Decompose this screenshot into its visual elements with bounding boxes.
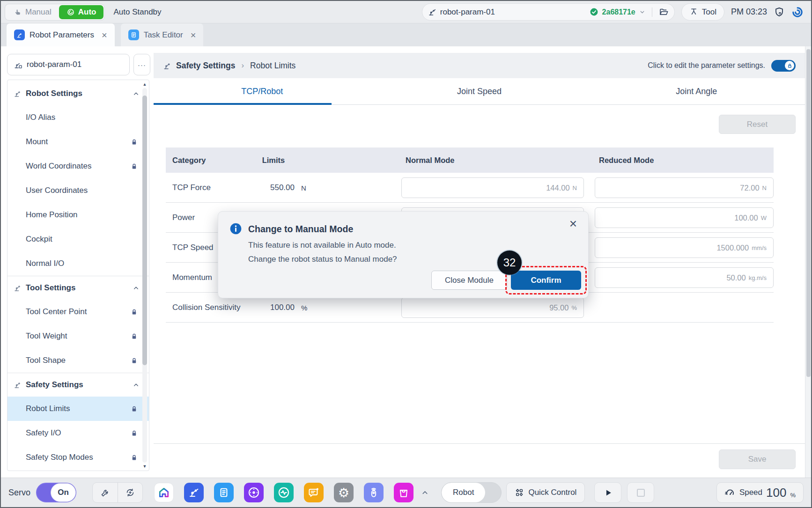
settings-sidebar: robot-param-01 ··· Robot Settings I/O Al… — [1, 46, 154, 478]
chevron-down-icon[interactable] — [639, 9, 645, 15]
collapse-dock-icon[interactable] — [421, 489, 429, 497]
tab-joint-angle[interactable]: Joint Angle — [588, 78, 805, 104]
speed-unit: % — [790, 492, 796, 499]
edit-lock-toggle[interactable] — [771, 60, 796, 72]
sidebar-menu: Robot Settings I/O Alias Mount World Coo… — [7, 80, 149, 471]
reduced-mode-input[interactable]: 72.00N — [595, 177, 774, 198]
scrollbar-thumb[interactable] — [806, 49, 811, 377]
manual-mode-button[interactable]: Manual — [6, 5, 59, 19]
limit-unit: % — [301, 303, 307, 311]
divider — [652, 7, 652, 17]
robot-target-label: Robot — [442, 483, 485, 502]
breadcrumb-page: Robot Limits — [250, 61, 295, 71]
speed-value: 100 — [766, 486, 786, 500]
stop-icon — [637, 489, 645, 497]
reset-button[interactable]: Reset — [719, 115, 796, 134]
home-icon[interactable] — [154, 483, 174, 502]
reduced-mode-input[interactable]: 100.00W — [595, 207, 774, 228]
tab-task-editor[interactable]: Task Editor × — [121, 23, 204, 46]
sidebar-item-robot-limits[interactable]: Robot Limits — [7, 397, 149, 421]
sidebar-item-tool-weight[interactable]: Tool Weight — [7, 324, 149, 348]
servo-toggle[interactable]: On — [36, 483, 76, 502]
dialog-message-line2: Change the robot status to Manual mode? — [248, 255, 397, 264]
sidebar-scrollbar[interactable]: ▲ ▼ — [142, 81, 148, 469]
sidebar-section-robot-settings[interactable]: Robot Settings — [7, 82, 149, 105]
remote-control-icon[interactable] — [364, 483, 384, 502]
play-button[interactable] — [594, 482, 621, 503]
quick-control-button[interactable]: Quick Control — [506, 482, 585, 503]
sidebar-item-i-o-alias[interactable]: I/O Alias — [7, 105, 149, 130]
chevron-up-icon[interactable] — [133, 285, 140, 292]
breadcrumb-separator: › — [241, 61, 244, 70]
normal-mode-input[interactable]: 144.00N — [401, 177, 584, 198]
sidebar-item-tool-shape[interactable]: Tool Shape — [7, 348, 149, 373]
sidebar-item-tool-center-point[interactable]: Tool Center Point — [7, 300, 149, 324]
breadcrumb: Safety Settings › Robot Limits Click to … — [154, 53, 805, 78]
robot-target-switch[interactable]: Robot — [441, 482, 502, 503]
parameter-file-name: robot-param-01 — [440, 7, 495, 17]
sidebar-item-home-position[interactable]: Home Position — [7, 203, 149, 227]
more-options-button[interactable]: ··· — [133, 54, 150, 75]
limit-unit: N — [301, 184, 306, 191]
sidebar-item-mount[interactable]: Mount — [7, 130, 149, 154]
tab-robot-parameters[interactable]: Robot Parameters × — [7, 23, 115, 46]
sidebar-section-tool-settings[interactable]: Tool Settings — [7, 276, 149, 300]
robot-arm-icon[interactable] — [184, 483, 204, 502]
edit-hint-text: Click to edit the parameter settings. — [648, 61, 765, 70]
app-window: Manual Auto Auto Standby robot-param-01 … — [0, 0, 812, 508]
scrollbar-thumb[interactable] — [142, 96, 147, 365]
wrench-button[interactable] — [93, 483, 118, 502]
lock-icon — [131, 333, 138, 340]
robot-target-alt-segment[interactable] — [485, 483, 501, 502]
reduced-mode-input[interactable]: 50.00kg.m/s — [595, 267, 774, 288]
app-store-icon[interactable] — [394, 483, 413, 502]
jog-move-button[interactable] — [118, 483, 143, 502]
task-document-icon[interactable] — [214, 483, 234, 502]
scroll-down-icon[interactable]: ▼ — [143, 464, 147, 469]
sidebar-item-world-coordinates[interactable]: World Coordinates — [7, 154, 149, 178]
robot-status-text: Auto Standby — [113, 7, 161, 17]
quick-control-icon — [515, 488, 524, 497]
sidebar-item-user-coordinates[interactable]: User Coordinates — [7, 178, 149, 203]
jog-pad-icon[interactable] — [244, 483, 264, 502]
stop-button[interactable] — [627, 482, 654, 503]
tool-selector-button[interactable]: Tool — [681, 3, 724, 21]
normal-mode-input[interactable]: 95.00% — [401, 297, 584, 318]
open-folder-icon[interactable] — [659, 7, 669, 17]
sidebar-section-safety-settings[interactable]: Safety Settings — [7, 373, 149, 397]
confirm-button[interactable]: Confirm — [511, 271, 581, 290]
reduced-mode-input[interactable]: 1500.000mm/s — [595, 237, 774, 258]
robot-arm-icon — [163, 61, 172, 70]
parameter-name-field[interactable]: robot-param-01 — [7, 54, 130, 75]
app-dock: ⚙ — [154, 483, 413, 502]
settings-icon[interactable]: ⚙ — [334, 483, 354, 502]
shield-user-icon[interactable] — [774, 7, 785, 18]
monitoring-icon[interactable] — [274, 483, 294, 502]
limits-tab-bar: TCP/RobotJoint SpeedJoint Angle — [154, 78, 805, 105]
tool-stand-icon — [689, 7, 698, 16]
close-module-button[interactable]: Close Module — [431, 271, 507, 290]
spiral-logo-icon[interactable] — [791, 6, 804, 18]
tab-tcp-robot[interactable]: TCP/Robot — [154, 78, 371, 104]
sidebar-item-safety-i-o[interactable]: Safety I/O — [7, 421, 149, 445]
tab-joint-speed[interactable]: Joint Speed — [371, 78, 588, 104]
sidebar-item-cockpit[interactable]: Cockpit — [7, 227, 149, 251]
speed-control[interactable]: Speed 100 % — [716, 482, 804, 503]
lock-icon — [131, 357, 138, 364]
scroll-up-icon[interactable]: ▲ — [143, 81, 147, 87]
sidebar-item-normal-i-o[interactable]: Normal I/O — [7, 251, 149, 276]
workspace-tab-bar: Robot Parameters × Task Editor × — [1, 23, 811, 46]
chevron-up-icon[interactable] — [133, 382, 140, 389]
parameter-file-selector[interactable]: robot-param-01 2a68171e — [422, 3, 675, 21]
main-scrollbar[interactable] — [805, 46, 811, 478]
close-tab-icon[interactable]: × — [102, 30, 107, 40]
auto-mode-button[interactable]: Auto — [59, 5, 104, 19]
sidebar-item-safety-stop-modes[interactable]: Safety Stop Modes — [7, 445, 149, 470]
chevron-up-icon[interactable] — [133, 90, 140, 97]
save-button[interactable]: Save — [719, 449, 796, 469]
limit-value: 550.00 — [236, 183, 295, 192]
step-badge: 32 — [497, 250, 522, 275]
close-tab-icon[interactable]: × — [191, 30, 196, 40]
close-dialog-icon[interactable]: × — [569, 217, 577, 230]
message-log-icon[interactable] — [304, 483, 324, 502]
